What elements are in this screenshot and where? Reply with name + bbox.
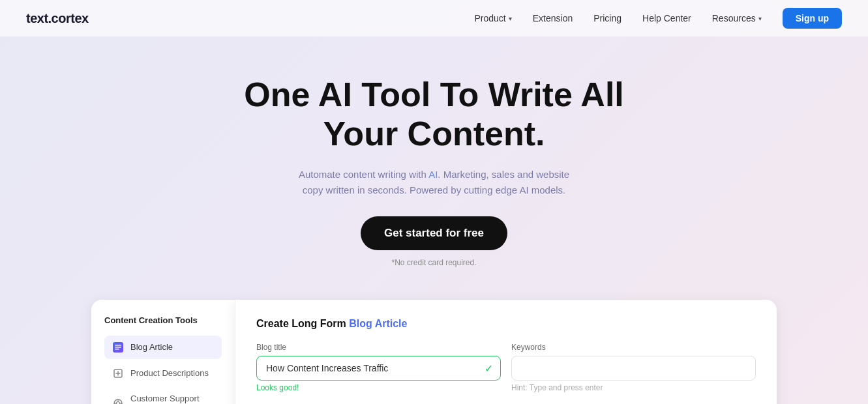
svg-rect-2 (115, 347, 121, 348)
left-card-title: Content Creation Tools (104, 315, 222, 325)
nav-extension[interactable]: Extension (533, 13, 573, 23)
keywords-hint: Hint: Type and press enter (511, 383, 756, 392)
chevron-down-icon: ▾ (758, 15, 762, 22)
right-card: Create Long Form Blog Article Blog title… (235, 300, 777, 404)
keywords-input[interactable] (511, 356, 756, 381)
hero-subtitle: Automate content writing with AI. Market… (297, 167, 571, 198)
blog-title-group: Blog title ✓ Looks good! (256, 343, 501, 392)
svg-rect-1 (115, 345, 121, 346)
menu-item-blog-article[interactable]: Blog Article (104, 336, 222, 359)
left-card: Content Creation Tools Blog Article (91, 300, 235, 404)
menu-item-label: Product Descriptions (130, 368, 209, 378)
menu-item-label: Customer Support Email (130, 394, 214, 404)
form-row: Blog title ✓ Looks good! Keywords Hint: … (256, 343, 756, 392)
product-icon (112, 368, 124, 379)
blog-title-hint: Looks good! (256, 383, 501, 392)
blog-title-input[interactable] (256, 356, 501, 381)
svg-rect-3 (115, 349, 119, 350)
chevron-down-icon: ▾ (509, 15, 512, 22)
menu-item-label: Blog Article (130, 342, 173, 352)
blog-title-input-wrapper: ✓ (256, 356, 501, 381)
nav-pricing[interactable]: Pricing (593, 13, 621, 23)
logo[interactable]: text.cortex (26, 11, 89, 26)
hero-title: One AI Tool To Write All Your Content. (206, 76, 663, 154)
nav-help-center[interactable]: Help Center (642, 13, 691, 23)
keywords-group: Keywords Hint: Type and press enter (511, 343, 756, 392)
cta-note: *No credit card required. (13, 258, 855, 267)
get-started-button[interactable]: Get started for free (361, 216, 507, 250)
hero-section: One AI Tool To Write All Your Content. A… (0, 36, 868, 293)
menu-item-customer-support[interactable]: Customer Support Email (104, 388, 222, 404)
nav-product[interactable]: Product ▾ (475, 13, 512, 23)
nav-resources[interactable]: Resources ▾ (712, 13, 762, 23)
blog-icon (112, 341, 124, 353)
demo-section: Content Creation Tools Blog Article (0, 300, 868, 404)
navbar: text.cortex Product ▾ Extension Pricing … (0, 0, 868, 36)
right-card-title: Create Long Form Blog Article (256, 318, 756, 330)
support-icon (112, 397, 124, 404)
svg-point-6 (117, 401, 120, 404)
blog-title-label: Blog title (256, 343, 501, 352)
menu-item-product-descriptions[interactable]: Product Descriptions (104, 362, 222, 385)
valid-check-icon: ✓ (485, 362, 493, 374)
nav-links: Product ▾ Extension Pricing Help Center … (475, 8, 842, 29)
keywords-label: Keywords (511, 343, 756, 352)
signup-button[interactable]: Sign up (783, 8, 842, 29)
